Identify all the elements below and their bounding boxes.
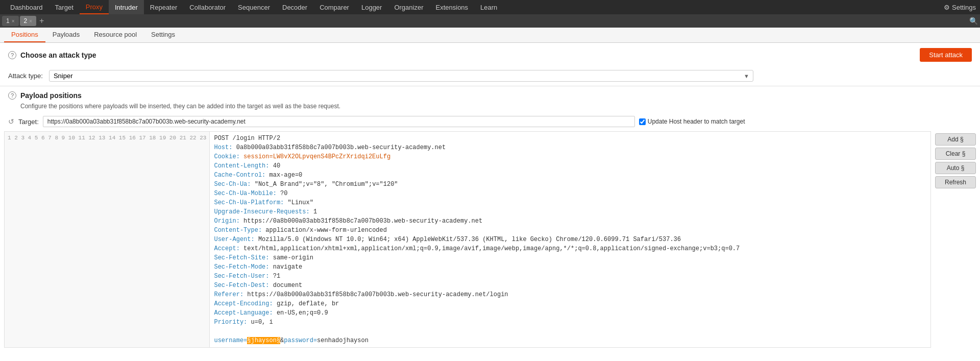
update-host-checkbox[interactable]: [639, 118, 646, 125]
attack-type-select[interactable]: Sniper Battering ram Pitchfork Cluster b…: [49, 70, 753, 82]
code-content[interactable]: POST /login HTTP/2 Host: 0a8b000a03abb31…: [210, 132, 930, 347]
auto-section-button[interactable]: Auto §: [935, 162, 976, 174]
tab-1-label: 1: [6, 17, 10, 25]
target-input[interactable]: [43, 116, 635, 127]
nav-extensions[interactable]: Extensions: [430, 0, 475, 14]
nav-learn[interactable]: Learn: [474, 0, 503, 14]
attack-type-select-wrapper: Sniper Battering ram Pitchfork Cluster b…: [49, 70, 753, 82]
settings-button[interactable]: ⚙ Settings: [944, 4, 976, 11]
target-label: Target:: [18, 118, 39, 126]
nav-dashboard[interactable]: Dashboard: [4, 0, 49, 14]
choose-attack-left: ? Choose an attack type: [8, 51, 96, 59]
choose-attack-title: Choose an attack type: [20, 51, 96, 59]
payload-positions-help-icon[interactable]: ?: [8, 91, 16, 100]
nav-proxy[interactable]: Proxy: [80, 0, 109, 14]
nav-items: Dashboard Target Proxy Intruder Repeater…: [4, 0, 503, 14]
nav-organizer[interactable]: Organizer: [388, 0, 429, 14]
tab-positions[interactable]: Positions: [4, 28, 45, 42]
side-buttons: Add § Clear § Auto § Refresh: [935, 131, 976, 348]
nav-decoder[interactable]: Decoder: [276, 0, 313, 14]
target-input-wrapper: [43, 116, 635, 127]
attack-type-label: Attack type:: [8, 72, 43, 80]
search-icon[interactable]: 🔍: [969, 17, 978, 25]
nav-target[interactable]: Target: [49, 0, 80, 14]
sub-tab-bar: Positions Payloads Resource pool Setting…: [0, 28, 980, 43]
tab-1-close[interactable]: ×: [12, 18, 15, 24]
nav-intruder[interactable]: Intruder: [109, 0, 144, 14]
choose-attack-header: ? Choose an attack type Start attack: [0, 43, 980, 66]
settings-label: Settings: [952, 4, 976, 11]
target-refresh-icon[interactable]: ↺: [8, 117, 14, 126]
clear-section-button[interactable]: Clear §: [935, 148, 976, 160]
update-host-text: Update Host header to match target: [648, 118, 745, 125]
top-navigation: Dashboard Target Proxy Intruder Repeater…: [0, 0, 980, 14]
tab-2[interactable]: 2 ×: [20, 16, 37, 26]
tab-bar: 1 × 2 × + 🔍: [0, 14, 980, 28]
tab-1[interactable]: 1 ×: [2, 16, 19, 26]
payload-positions-header: ? Payload positions: [0, 86, 980, 102]
line-numbers: 1 2 3 4 5 6 7 8 9 10 11 12 13 14 15 16 1…: [5, 132, 210, 347]
nav-collaborator[interactable]: Collaborator: [183, 0, 232, 14]
update-host-label[interactable]: Update Host header to match target: [639, 118, 745, 125]
target-row: ↺ Target: Update Host header to match ta…: [0, 114, 980, 131]
nav-comparer[interactable]: Comparer: [313, 0, 355, 14]
tab-2-close[interactable]: ×: [29, 18, 32, 24]
nav-logger[interactable]: Logger: [355, 0, 388, 14]
gear-icon: ⚙: [944, 4, 950, 11]
code-area: 1 2 3 4 5 6 7 8 9 10 11 12 13 14 15 16 1…: [4, 131, 931, 348]
code-section-wrapper: 1 2 3 4 5 6 7 8 9 10 11 12 13 14 15 16 1…: [4, 131, 976, 348]
tab-settings[interactable]: Settings: [144, 28, 182, 42]
tab-resource-pool[interactable]: Resource pool: [87, 28, 144, 42]
nav-sequencer[interactable]: Sequencer: [232, 0, 276, 14]
start-attack-button[interactable]: Start attack: [920, 48, 972, 62]
add-section-button[interactable]: Add §: [935, 133, 976, 146]
attack-type-row: Attack type: Sniper Battering ram Pitchf…: [0, 66, 980, 86]
nav-repeater[interactable]: Repeater: [144, 0, 183, 14]
payload-positions-title: Payload positions: [20, 91, 82, 100]
tab-2-label: 2: [24, 17, 28, 25]
main-content: ? Choose an attack type Start attack Att…: [0, 43, 980, 361]
refresh-button[interactable]: Refresh: [935, 176, 976, 188]
tab-add-button[interactable]: +: [37, 16, 46, 26]
choose-attack-help-icon[interactable]: ?: [8, 51, 16, 59]
tab-payloads[interactable]: Payloads: [45, 28, 87, 42]
payload-positions-description: Configure the positions where payloads w…: [0, 102, 980, 114]
